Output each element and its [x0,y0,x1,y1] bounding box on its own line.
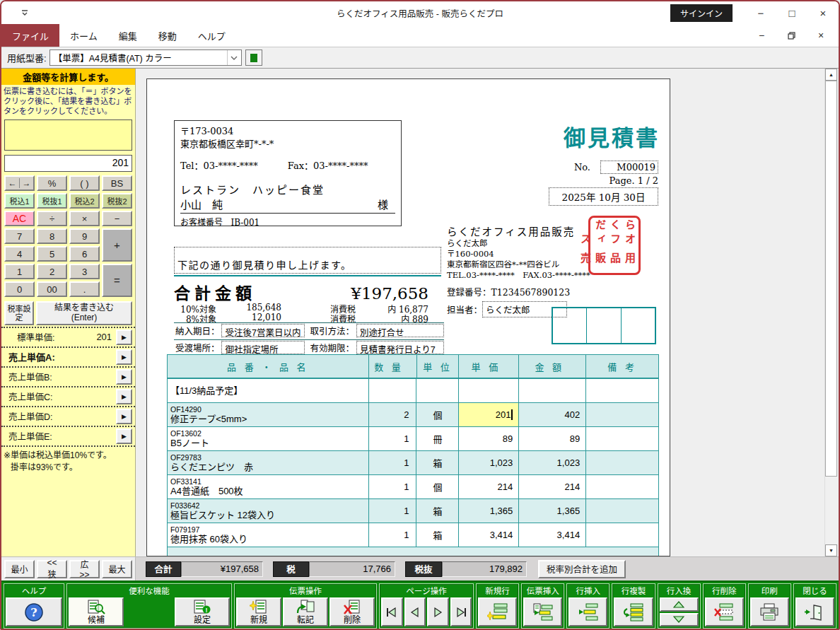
key-paren[interactable]: ( ) [69,175,100,191]
last-page-button[interactable] [450,597,472,626]
customer-address-box[interactable]: 〒173-0034 東京都板橋区幸町*-*-* Tel：03-****-****… [174,120,402,226]
cell-qty[interactable]: 1 [368,475,416,498]
cell-item[interactable]: F079197徳用抹茶 60袋入り [168,523,368,547]
key-7[interactable]: 7 [4,228,35,244]
cell-price[interactable]: 201 [458,403,518,426]
maximize-button[interactable]: □ [776,1,807,24]
help-button[interactable]: ? [6,597,62,626]
chevron-down-icon[interactable] [227,50,241,65]
cell-item[interactable]: OF33141A4普通紙 500枚 [168,475,368,498]
cell-amount[interactable]: 1,023 [518,451,585,474]
cell-price[interactable]: 89 [458,427,518,450]
cell-note[interactable] [585,475,658,498]
key-tax-excl-1[interactable]: 税抜1 [37,193,67,209]
scroll-down-icon[interactable]: ▼ [825,544,837,556]
cell-unit[interactable]: 箱 [416,451,458,474]
key-5[interactable]: 5 [37,246,67,262]
key-9[interactable]: 9 [69,228,100,244]
cell-amount[interactable] [518,379,585,402]
cell-unit[interactable]: 冊 [416,427,458,450]
cell-price[interactable] [458,379,518,402]
minimize-button[interactable]: − [745,1,776,24]
cell-qty[interactable]: 1 [368,451,416,474]
key-6[interactable]: 6 [69,246,100,262]
cell-amount[interactable]: 1,365 [518,499,585,523]
key-percent[interactable]: % [37,175,67,191]
insert-voucher-button[interactable] [523,597,562,626]
cell-note[interactable] [585,451,658,474]
menu-edit[interactable]: 編集 [108,24,148,47]
mdi-close-button[interactable]: × [806,24,836,47]
key-0[interactable]: 0 [4,281,35,297]
calculator-input[interactable]: 201 [4,155,132,172]
key-1[interactable]: 1 [4,264,35,279]
cell-qty[interactable]: 1 [368,499,416,523]
settings-button[interactable]: ! 設定 [175,597,230,626]
new-voucher-button[interactable]: 新規 [236,597,281,626]
prev-page-button[interactable] [404,597,426,626]
key-arrows[interactable]: ←→ [4,175,35,191]
cell-price[interactable]: 1,023 [458,451,518,474]
key-backspace[interactable]: BS [102,175,132,191]
menu-file[interactable]: ファイル [1,24,59,47]
cell-item[interactable]: OF14290修正テープ<5mm> [168,403,368,426]
first-page-button[interactable] [381,597,403,626]
cell-qty[interactable] [368,379,416,402]
cell-item[interactable]: OF13602B5ノート [168,427,368,450]
cell-unit[interactable] [416,379,458,402]
quick-access-toolbar-icon[interactable] [20,8,30,18]
move-row-down-button[interactable] [660,613,699,627]
cell-note[interactable] [585,403,658,426]
cell-qty[interactable]: 1 [368,523,416,547]
doc-date[interactable]: 2025年 10月 30日 [549,187,658,206]
scroll-up-icon[interactable]: ▲ [825,69,837,81]
delete-row-button[interactable] [705,597,744,626]
mdi-restore-button[interactable] [776,24,806,47]
price-write-arrow-button[interactable]: ▶ [116,389,132,404]
key-00[interactable]: 00 [37,281,67,297]
duplicate-row-button[interactable] [614,597,653,626]
price-write-arrow-button[interactable]: ▶ [116,369,132,385]
width-min-button[interactable]: 最小 [4,560,35,578]
width-wide-button[interactable]: 広 >> [69,560,100,578]
key-divide[interactable]: ÷ [37,211,67,226]
print-button[interactable] [750,597,789,626]
menu-move[interactable]: 移動 [148,24,187,47]
cell-amount[interactable]: 402 [518,403,585,426]
payment-method-value[interactable]: 別途打合せ [356,324,444,337]
transfer-voucher-button[interactable]: 転記 [283,597,328,626]
cell-note[interactable] [585,427,658,450]
cell-item[interactable]: 【11/3納品予定】 [168,379,368,402]
key-decimal[interactable]: . [69,281,100,297]
cell-note[interactable] [585,379,658,402]
write-result-button[interactable]: 結果を書き込む (Enter) [36,301,132,325]
key-equals[interactable]: = [102,264,132,297]
add-tax-subtotal-button[interactable]: 税率別合計を追加 [538,560,626,578]
cell-amount[interactable]: 214 [518,475,585,498]
key-multiply[interactable]: × [69,211,100,226]
validity-value[interactable]: 見積書発行日より7日 [356,341,444,354]
cell-price[interactable]: 3,414 [458,523,518,547]
cell-note[interactable] [585,523,658,547]
cell-item[interactable]: F033642極旨ビスケット 12袋入り [168,499,368,523]
cell-unit[interactable]: 箱 [416,523,458,547]
key-8[interactable]: 8 [37,228,67,244]
key-3[interactable]: 3 [69,264,100,279]
vertical-scrollbar[interactable]: ▲ ▼ [824,69,836,556]
doc-no-value[interactable]: M00019 [600,161,658,174]
menu-home[interactable]: ホーム [59,24,108,47]
cell-unit[interactable]: 個 [416,403,458,426]
tax-rate-setting-button[interactable]: 税率設定 [4,301,34,325]
paper-type-select[interactable]: 【単票】A4見積書(AT) カラー [49,49,242,66]
cell-price[interactable]: 1,365 [458,499,518,523]
key-minus[interactable]: − [102,211,132,226]
delete-voucher-button[interactable]: 削除 [329,597,375,626]
key-plus[interactable]: + [102,228,132,262]
width-narrow-button[interactable]: << 狭 [37,560,67,578]
mdi-minimize-button[interactable]: − [747,24,776,47]
close-button[interactable]: × [807,1,839,24]
cell-amount[interactable]: 3,414 [518,523,585,547]
cell-unit[interactable]: 個 [416,475,458,498]
key-tax-incl-1[interactable]: 税込1 [4,193,35,209]
key-all-clear[interactable]: AC [4,211,35,226]
